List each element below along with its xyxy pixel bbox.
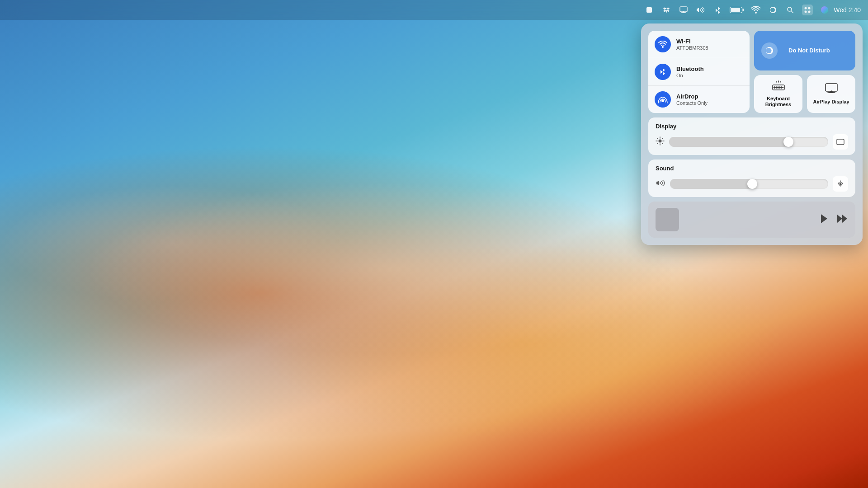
brightness-slider[interactable] (669, 137, 828, 147)
airdrop-tile-title: AirDrop (676, 93, 708, 100)
airplay-mirror-icon[interactable] (678, 5, 689, 15)
volume-icon (656, 179, 665, 189)
svg-point-9 (808, 7, 811, 9)
svg-line-34 (657, 143, 658, 144)
display-slider-row (656, 134, 848, 150)
display-section: Display (648, 117, 855, 155)
svg-point-26 (659, 140, 662, 143)
do-not-disturb-tile-title: Do Not Disturb (788, 47, 830, 54)
svg-line-32 (662, 143, 663, 144)
tiles-grid: Wi-Fi ATTDBMR308 Bluetooth On (648, 31, 855, 113)
do-not-disturb-tile-icon (761, 42, 778, 59)
spotlight-icon[interactable] (785, 5, 796, 15)
sound-section: Sound (648, 160, 855, 197)
svg-point-10 (805, 11, 807, 13)
svg-rect-24 (826, 84, 837, 91)
brightness-icon (656, 136, 665, 147)
keyboard-brightness-tile[interactable]: Keyboard Brightness (754, 75, 802, 113)
wifi-tile-title: Wi-Fi (676, 38, 708, 45)
airplay-display-tile-title: AirPlay Display (813, 99, 849, 105)
svg-rect-4 (743, 9, 744, 11)
menubar: Wed 2:40 (0, 0, 868, 20)
siri-icon[interactable] (819, 5, 830, 15)
media-controls (819, 213, 848, 226)
svg-rect-35 (837, 139, 844, 145)
svg-line-7 (791, 11, 793, 13)
skip-forward-button[interactable] (836, 214, 848, 225)
svg-line-16 (776, 81, 777, 82)
svg-line-33 (662, 138, 663, 139)
volume-slider[interactable] (670, 179, 828, 189)
airplay-display-tile[interactable]: AirPlay Display (807, 75, 855, 113)
brightness-thumb[interactable] (783, 137, 793, 147)
airdrop-tile[interactable]: AirDrop Contacts Only (648, 86, 750, 113)
sound-section-title: Sound (656, 165, 848, 172)
right-tiles-group: Do Not Disturb (754, 31, 855, 113)
media-player (648, 202, 855, 238)
wifi-tile-icon (655, 36, 671, 52)
wifi-tile-subtitle: ATTDBMR308 (676, 45, 708, 51)
dropbox-icon[interactable] (661, 5, 672, 15)
media-artwork (656, 208, 679, 231)
svg-rect-0 (646, 7, 652, 13)
airplay-display-icon (825, 83, 838, 96)
control-center-icon[interactable] (802, 5, 813, 15)
volume-icon[interactable] (695, 5, 706, 15)
screen-record-icon[interactable] (644, 5, 655, 15)
play-button[interactable] (819, 213, 829, 226)
menubar-clock: Wed 2:40 (834, 6, 861, 14)
bluetooth-tile-subtitle: On (676, 73, 704, 78)
bluetooth-tile[interactable]: Bluetooth On (648, 58, 750, 86)
airdrop-tile-icon (655, 91, 671, 108)
small-tiles-row: Keyboard Brightness AirPlay Display (754, 75, 855, 113)
wifi-menu-icon[interactable] (750, 5, 761, 15)
svg-line-31 (657, 138, 658, 139)
keyboard-brightness-tile-title: Keyboard Brightness (760, 96, 797, 108)
keyboard-brightness-icon (772, 80, 785, 93)
do-not-disturb-tile[interactable]: Do Not Disturb (754, 31, 855, 70)
svg-point-36 (840, 183, 841, 185)
svg-point-8 (805, 7, 807, 9)
sound-slider-row (656, 176, 848, 192)
svg-point-11 (808, 11, 811, 13)
network-tiles-group: Wi-Fi ATTDBMR308 Bluetooth On (648, 31, 750, 113)
bluetooth-menu-icon[interactable] (712, 5, 723, 15)
svg-point-13 (661, 99, 664, 102)
do-not-disturb-menu-icon[interactable] (768, 5, 778, 15)
control-center-panel: Wi-Fi ATTDBMR308 Bluetooth On (641, 23, 863, 245)
svg-point-12 (821, 6, 828, 14)
bluetooth-tile-title: Bluetooth (676, 66, 704, 73)
svg-rect-5 (731, 8, 740, 12)
bluetooth-tile-icon (655, 64, 671, 80)
airdrop-tile-subtitle: Contacts Only (676, 100, 708, 106)
sound-output-btn[interactable] (833, 176, 848, 192)
display-settings-btn[interactable] (833, 134, 848, 150)
display-section-title: Display (656, 123, 848, 130)
svg-line-15 (780, 81, 781, 82)
volume-thumb[interactable] (747, 179, 757, 189)
battery-icon[interactable] (730, 5, 744, 15)
menubar-icons (644, 5, 830, 15)
wifi-tile[interactable]: Wi-Fi ATTDBMR308 (648, 31, 750, 58)
